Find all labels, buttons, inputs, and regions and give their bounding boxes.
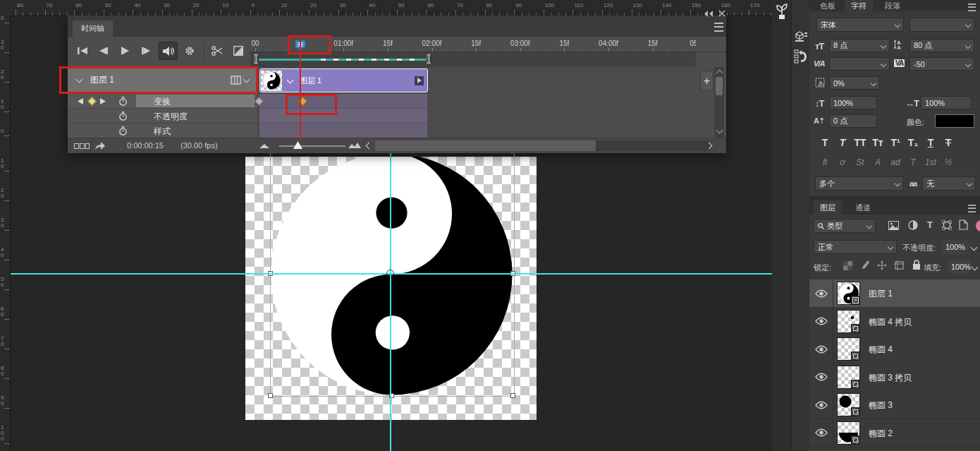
stopwatch-icon-style[interactable] (118, 126, 128, 136)
work-area-start-handle[interactable] (253, 53, 259, 65)
timeline-settings-gear-icon[interactable] (180, 42, 199, 59)
font-size-select[interactable]: 8 点 (829, 39, 890, 52)
add-media-button[interactable]: + (700, 71, 713, 91)
style-button-smallcaps[interactable]: Tᴛ (869, 136, 886, 150)
layer-row[interactable]: 椭圆 4 (809, 335, 980, 363)
tab-swatches[interactable]: 色板 (814, 0, 842, 11)
layer-visibility-eye-icon[interactable] (809, 419, 833, 447)
vscroll-up-chevron-icon[interactable] (716, 70, 723, 77)
layer-visibility-eye-icon[interactable] (809, 279, 833, 307)
bbox-handle-bottom-right[interactable] (510, 393, 515, 398)
font-family-select[interactable]: 宋体 (816, 18, 904, 32)
keyframe-navigator-diamond-icon[interactable] (87, 97, 97, 106)
opentype-button[interactable]: ơ (834, 155, 851, 169)
tool-icon[interactable] (776, 3, 788, 20)
convert-to-frame-animation-icon[interactable] (74, 143, 90, 149)
layer-visibility-eye-icon[interactable] (809, 363, 833, 391)
layers-panel-menu-icon[interactable] (968, 205, 976, 212)
kerning-select[interactable] (829, 57, 890, 71)
font-style-select[interactable] (909, 18, 974, 32)
text-color-swatch[interactable] (935, 114, 974, 128)
zoom-out-mountain-icon[interactable] (259, 144, 269, 148)
layer-thumbnail[interactable] (837, 393, 860, 416)
opentype-button[interactable]: ½ (940, 155, 957, 169)
lock-transparency-icon[interactable] (843, 261, 852, 270)
style-button-italic[interactable]: T (834, 136, 851, 150)
vscroll-down-chevron-icon[interactable] (716, 127, 723, 134)
tab-layers[interactable]: 图层 (814, 200, 842, 215)
style-button-caps[interactable]: TT (852, 136, 869, 150)
work-area-end-handle[interactable] (426, 53, 431, 65)
layer-thumbnail[interactable] (837, 337, 860, 361)
filter-smart-objects-icon[interactable] (959, 220, 968, 230)
clip-expand-chevron-icon[interactable] (287, 76, 294, 83)
timeline-vscrollbar[interactable] (714, 67, 724, 138)
vertical-guide[interactable] (390, 148, 391, 451)
filter-pixel-layers-icon[interactable] (888, 221, 899, 230)
opentype-button[interactable]: A (869, 155, 886, 169)
style-button-sub[interactable]: T₁ (905, 136, 921, 150)
scroll-left-chevron-icon[interactable] (366, 143, 373, 150)
timeline-zoom-slider-thumb[interactable] (293, 141, 302, 149)
top-ruler[interactable]: 8070605040302010010203040506070809010011… (10, 0, 772, 16)
mute-audio-button[interactable] (159, 42, 178, 60)
style-button-sup[interactable]: T¹ (887, 136, 904, 150)
style-button-underline[interactable]: T (922, 136, 939, 150)
left-ruler[interactable]: 4 03 02 01 001 02 03 04 05 06 07 08 09 0… (0, 16, 11, 451)
lock-pixels-brush-icon[interactable] (860, 260, 869, 270)
layer-visibility-eye-icon[interactable] (809, 335, 833, 363)
timeline-panel-menu-icon[interactable] (714, 23, 723, 32)
horizontal-scale-field[interactable]: 100% (921, 96, 972, 109)
baseline-shift-field[interactable]: 0 点 (829, 114, 877, 128)
lock-all-icon[interactable] (912, 260, 921, 270)
layer-row[interactable]: 椭圆 4 拷贝 (809, 308, 980, 336)
tab-character[interactable]: 字符 (845, 0, 873, 11)
split-at-playhead-scissors-icon[interactable] (208, 42, 226, 59)
layer-row[interactable]: 椭圆 3 拷贝 (809, 363, 980, 392)
panel-collapse-icon[interactable] (704, 11, 713, 17)
timeline-zoom-slider-track[interactable] (279, 145, 345, 147)
opentype-button[interactable]: T (905, 155, 921, 169)
clip-tween-button[interactable] (415, 76, 424, 85)
blend-mode-select[interactable]: 正常 (814, 240, 897, 254)
timeline-clip-layer1[interactable]: 图层 1 (259, 68, 428, 92)
character-panel-menu-icon[interactable] (968, 4, 976, 11)
opacity-chevron-icon[interactable] (971, 244, 978, 251)
fill-field[interactable]: 100% (948, 260, 970, 274)
previous-keyframe-arrow-icon[interactable] (78, 98, 83, 104)
stopwatch-icon-opacity[interactable] (118, 112, 128, 121)
tab-timeline[interactable]: 时间轴 (73, 20, 113, 37)
tab-paragraph[interactable]: 段落 (878, 0, 907, 11)
opacity-field[interactable]: 100% (942, 240, 969, 254)
vertical-scale-field[interactable]: 100% (829, 96, 877, 109)
fill-chevron-icon[interactable] (972, 264, 979, 271)
next-keyframe-arrow-icon[interactable] (100, 98, 106, 104)
property-row-opacity-header[interactable]: 不透明度 (68, 109, 257, 124)
style-button-strike[interactable]: T (940, 136, 957, 150)
proportional-spacing-select[interactable]: 0% (829, 76, 880, 90)
go-to-first-frame-button[interactable] (73, 42, 92, 59)
opentype-button[interactable]: ad (887, 155, 904, 169)
lock-position-icon[interactable] (877, 260, 887, 270)
opentype-button[interactable]: fi (816, 155, 833, 169)
lock-artboard-icon[interactable] (894, 260, 905, 270)
vscroll-thumb[interactable] (716, 77, 723, 95)
layer-thumbnail[interactable] (837, 310, 860, 333)
timeline-hscrollbar-thumb[interactable] (375, 140, 596, 151)
opentype-button[interactable]: St (852, 155, 869, 169)
collapsed-3d-panel-icon[interactable] (794, 30, 808, 42)
play-button[interactable] (116, 42, 134, 59)
property-row-transform-header[interactable]: 变换 (68, 94, 257, 109)
layer-row[interactable]: 图层 1 (809, 279, 980, 308)
stopwatch-icon-transform[interactable] (118, 97, 128, 106)
layer-row[interactable]: 椭圆 2 (809, 419, 980, 447)
tracking-select[interactable]: -50 (909, 57, 974, 71)
transform-reference-point[interactable] (386, 270, 394, 277)
layer-visibility-eye-icon[interactable] (809, 308, 833, 335)
filter-type-layers-icon[interactable]: T (927, 220, 933, 230)
filter-adjustment-layers-icon[interactable] (908, 220, 918, 230)
zoom-in-mountain-icon[interactable] (348, 143, 361, 148)
layer-thumbnail[interactable] (837, 366, 860, 389)
anti-alias-select[interactable]: 无 (922, 176, 976, 191)
layer-filter-type-select[interactable]: 类型 (814, 219, 876, 233)
